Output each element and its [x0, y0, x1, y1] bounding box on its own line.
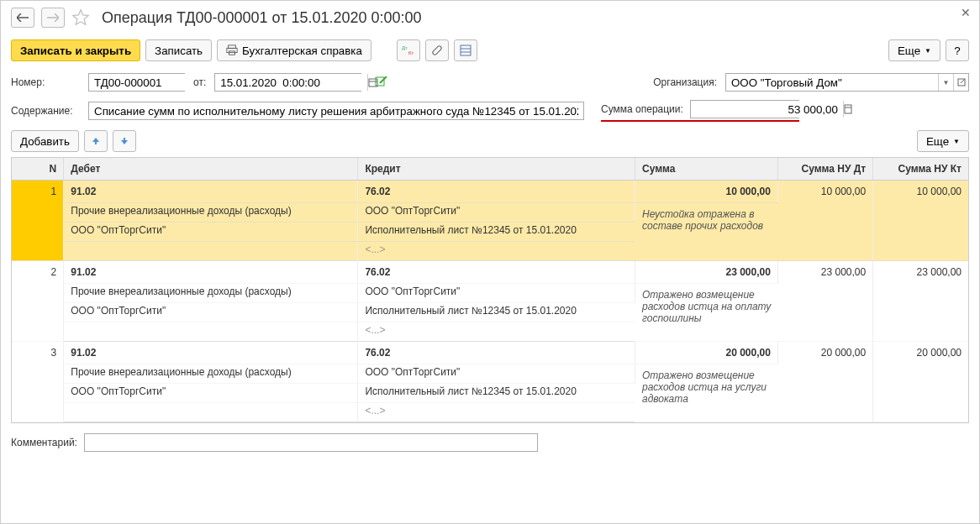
arrow-up-icon	[91, 136, 101, 146]
dt-kt-icon: ДтКт	[402, 45, 415, 56]
row-nudt: 20 000,00	[777, 342, 872, 422]
credit-analytics-3: <...>	[358, 322, 635, 342]
post-status-icon[interactable]	[375, 76, 388, 88]
org-dropdown-button[interactable]: ▼	[938, 74, 953, 91]
paperclip-icon	[431, 45, 443, 56]
content-label: Содержание:	[11, 105, 80, 117]
printer-icon	[226, 45, 238, 56]
credit-analytics-3: <...>	[358, 403, 635, 422]
row-number: 1	[12, 181, 64, 261]
move-up-button[interactable]	[84, 130, 108, 152]
svg-rect-10	[376, 77, 384, 86]
credit-account: 76.02	[358, 342, 635, 364]
table-row[interactable]: 1 91.02 76.02 10 000,00 10 000,00 10 000…	[12, 181, 968, 203]
sum-input[interactable]	[691, 101, 843, 118]
svg-rect-0	[229, 45, 236, 49]
credit-analytics-2: Исполнительный лист №12345 от 15.01.2020	[358, 384, 635, 403]
row-sum: 20 000,00	[635, 342, 777, 364]
col-debit[interactable]: Дебет	[64, 158, 358, 181]
close-button[interactable]: ✕	[961, 6, 971, 19]
arrow-right-icon	[47, 13, 59, 22]
save-and-close-button[interactable]: Записать и закрыть	[11, 39, 140, 61]
debit-account: 91.02	[64, 181, 358, 203]
col-n[interactable]: N	[12, 158, 64, 181]
nav-back-button[interactable]	[11, 8, 34, 28]
add-row-button[interactable]: Добавить	[11, 130, 79, 152]
svg-rect-12	[845, 105, 851, 113]
col-nukt[interactable]: Сумма НУ Кт	[873, 158, 968, 181]
row-nudt: 10 000,00	[777, 181, 872, 261]
credit-analytics-3: <...>	[358, 242, 635, 261]
accounting-report-button[interactable]: Бухгалтерская справка	[217, 39, 371, 61]
calculator-icon	[844, 104, 852, 114]
row-sum: 23 000,00	[635, 261, 777, 284]
credit-analytics-2: Исполнительный лист №12345 от 15.01.2020	[358, 223, 635, 242]
svg-text:Кт: Кт	[408, 50, 414, 55]
nav-forward-button[interactable]	[41, 8, 65, 28]
credit-account: 76.02	[358, 181, 635, 203]
credit-analytics-2: Исполнительный лист №12345 от 15.01.2020	[358, 303, 635, 322]
row-sum: 10 000,00	[635, 181, 777, 203]
arrow-down-icon	[119, 136, 129, 146]
date-input[interactable]	[215, 74, 367, 91]
content-input[interactable]	[89, 102, 583, 119]
debit-account: 91.02	[64, 342, 358, 364]
credit-analytics-1: ООО "ОптТоргСити"	[358, 203, 635, 223]
row-nukt: 20 000,00	[873, 342, 968, 422]
debit-analytics-1: Прочие внереализационные доходы (расходы…	[64, 364, 358, 384]
svg-rect-1	[227, 48, 237, 52]
org-label: Организация:	[653, 76, 717, 88]
entries-table: N Дебет Кредит Сумма Сумма НУ Дт Сумма Н…	[12, 158, 968, 422]
credit-account: 76.02	[358, 261, 635, 284]
debit-analytics-2: ООО "ОптТоргСити"	[64, 303, 358, 322]
credit-analytics-1: ООО "ОптТоргСити"	[358, 364, 635, 384]
table-row[interactable]: 3 91.02 76.02 20 000,00 20 000,00 20 000…	[12, 342, 968, 364]
row-nukt: 23 000,00	[873, 261, 968, 342]
favorite-star-icon[interactable]	[71, 8, 90, 27]
row-note: Отражено возмещение расходов истца на ус…	[635, 364, 777, 422]
grid-more-label: Еще	[926, 135, 949, 148]
row-number: 3	[12, 342, 64, 422]
row-note: Отражено возмещение расходов истца на оп…	[635, 284, 777, 342]
debit-analytics-2: ООО "ОптТоргСити"	[64, 384, 358, 403]
chevron-down-icon: ▼	[925, 47, 931, 55]
dt-kt-button[interactable]: ДтКт	[397, 39, 420, 61]
org-open-button[interactable]	[953, 74, 968, 91]
row-number: 2	[12, 261, 64, 342]
col-nudt[interactable]: Сумма НУ Дт	[777, 158, 872, 181]
debit-analytics-1: Прочие внереализационные доходы (расходы…	[64, 284, 358, 303]
page-title: Операция ТД00-000001 от 15.01.2020 0:00:…	[102, 9, 422, 27]
credit-analytics-1: ООО "ОптТоргСити"	[358, 284, 635, 303]
accounting-report-label: Бухгалтерская справка	[242, 45, 362, 57]
attach-button[interactable]	[425, 39, 449, 61]
open-icon	[957, 78, 966, 86]
col-sum[interactable]: Сумма	[635, 158, 777, 181]
org-input[interactable]	[726, 74, 938, 91]
col-credit[interactable]: Кредит	[358, 158, 635, 181]
debit-account: 91.02	[64, 261, 358, 284]
svg-rect-5	[461, 45, 471, 55]
row-nukt: 10 000,00	[873, 181, 968, 261]
help-button[interactable]: ?	[946, 39, 969, 61]
calculator-button[interactable]	[843, 101, 852, 118]
debit-analytics-1: Прочие внереализационные доходы (расходы…	[64, 203, 358, 223]
arrow-left-icon	[17, 13, 29, 22]
comment-input[interactable]	[85, 434, 537, 451]
number-label: Номер:	[11, 76, 80, 88]
svg-text:Дт: Дт	[402, 45, 408, 50]
comment-label: Комментарий:	[11, 437, 77, 448]
from-label: от:	[193, 76, 206, 88]
list-view-button[interactable]	[454, 39, 477, 61]
list-icon	[460, 45, 472, 56]
debit-analytics-2: ООО "ОптТоргСити"	[64, 223, 358, 242]
more-button[interactable]: Еще ▼	[888, 39, 940, 61]
chevron-down-icon: ▼	[953, 138, 960, 145]
table-row[interactable]: 2 91.02 76.02 23 000,00 23 000,00 23 000…	[12, 261, 968, 284]
sum-label: Сумма операции:	[601, 103, 683, 115]
row-note: Неустойка отражена в составе прочих расх…	[635, 203, 777, 261]
more-label: Еще	[898, 45, 920, 57]
move-down-button[interactable]	[113, 130, 136, 152]
save-button[interactable]: Записать	[145, 39, 212, 61]
grid-more-button[interactable]: Еще ▼	[917, 130, 969, 152]
row-nudt: 23 000,00	[777, 261, 872, 342]
